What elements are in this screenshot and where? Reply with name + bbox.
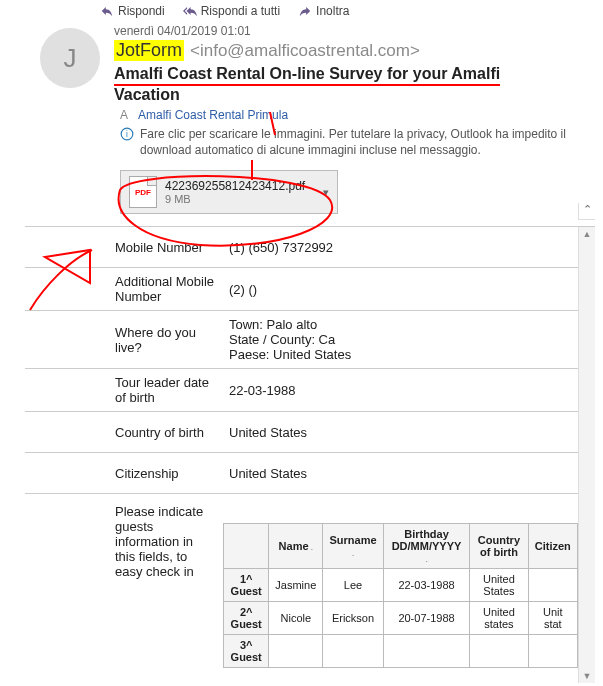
cell-name: Nicole [269,602,323,635]
subject-line-1: Amalfi Coast Rental On-line Survey for y… [114,65,500,86]
forward-button[interactable]: Inoltra [298,4,349,18]
attachment-item[interactable]: PDF 42236925581​24234​12.pdf 9 MB ▾ [120,170,338,214]
reply-all-label: Rispondi a tutti [201,4,280,18]
field-label: Citizenship [25,460,221,487]
field-label: Where do you live? [25,319,221,361]
attachment-size: 9 MB [165,193,305,205]
pdf-icon: PDF [129,176,157,208]
avatar-initial: J [64,43,77,74]
cell-country: United States [470,569,528,602]
message-header: J venerdì 04/01/2019 01:01 JotForm <info… [0,22,603,104]
field-value: (1) (650) 7372992 [221,234,578,261]
row-header: 1^ Guest [224,569,269,602]
col-name[interactable]: Name [269,524,323,569]
cell-name [269,635,323,668]
attachment-name: 42236925581​24234​12.pdf [165,179,305,193]
expand-button[interactable]: ⌃ [578,203,595,220]
reply-button[interactable]: Rispondi [100,4,165,18]
col-country[interactable]: Country of birth [470,524,528,569]
field-label: Mobile Number [25,234,221,261]
to-name: Amalfi Coast Rental Primula [138,108,288,122]
field-label: Country of birth [25,419,221,446]
table-row: 2^ GuestNicoleErickson20-07-1988United s… [224,602,578,635]
chevron-down-icon[interactable]: ▾ [323,186,329,199]
field-label: Please indicate guests information in th… [25,494,221,585]
forward-icon [298,4,312,18]
cell-citizen [528,569,577,602]
message-body: Mobile Number (1) (650) 7372992 Addition… [25,226,595,683]
image-download-notice[interactable]: i Fare clic per scaricare le immagini. P… [0,124,603,164]
cell-citizen [528,635,577,668]
table-row: 3^ Guest [224,635,578,668]
field-value: (2) () [221,276,578,303]
col-birthday[interactable]: Birthday DD/MM/YYYY [383,524,470,569]
field-label: Additional Mobile Number [25,268,221,310]
cell-country [470,635,528,668]
reply-all-icon [183,4,197,18]
recipient-row: A Amalfi Coast Rental Primula [0,104,603,124]
cell-name: Jasmine [269,569,323,602]
field-value: United States [221,419,578,446]
field-value: United States [221,460,578,487]
guests-table: Name Surname Birthday DD/MM/YYYY Country… [223,523,578,668]
info-text: Fare clic per scaricare le immagini. Per… [140,126,593,158]
sender-name: JotForm [114,40,184,61]
cell-surname [323,635,383,668]
cell-birthday: 22-03-1988 [383,569,470,602]
col-citizen[interactable]: Citizen [528,524,577,569]
subject-line-2: Vacation [114,86,593,104]
row-header: 3^ Guest [224,635,269,668]
reply-all-button[interactable]: Rispondi a tutti [183,4,280,18]
scroll-down-icon[interactable]: ▼ [583,669,592,683]
row-header: 2^ Guest [224,602,269,635]
table-row: 1^ GuestJasmineLee22-03-1988United State… [224,569,578,602]
reply-label: Rispondi [118,4,165,18]
attachment-area: PDF 42236925581​24234​12.pdf 9 MB ▾ [0,164,578,220]
to-label: A [120,108,128,122]
col-surname[interactable]: Surname [323,524,383,569]
cell-birthday: 20-07-1988 [383,602,470,635]
field-label: Tour leader date of birth [25,369,221,411]
message-actions-toolbar: Rispondi Rispondi a tutti Inoltra [0,0,603,22]
reply-icon [100,4,114,18]
sender-email: <info@amalficoastrental.com> [190,41,420,61]
cell-surname: Erickson [323,602,383,635]
forward-label: Inoltra [316,4,349,18]
cell-citizen: Unit stat [528,602,577,635]
avatar: J [40,28,100,88]
svg-text:i: i [126,130,128,139]
cell-birthday [383,635,470,668]
scroll-up-icon[interactable]: ▲ [583,227,592,241]
cell-country: United states [470,602,528,635]
field-value: 22-03-1988 [221,377,578,404]
info-icon: i [120,127,134,141]
field-value: Town: Palo alto State / County: Ca Paese… [221,311,578,368]
scrollbar[interactable]: ▲ ▼ [578,227,595,683]
message-date: venerdì 04/01/2019 01:01 [114,24,593,38]
cell-surname: Lee [323,569,383,602]
